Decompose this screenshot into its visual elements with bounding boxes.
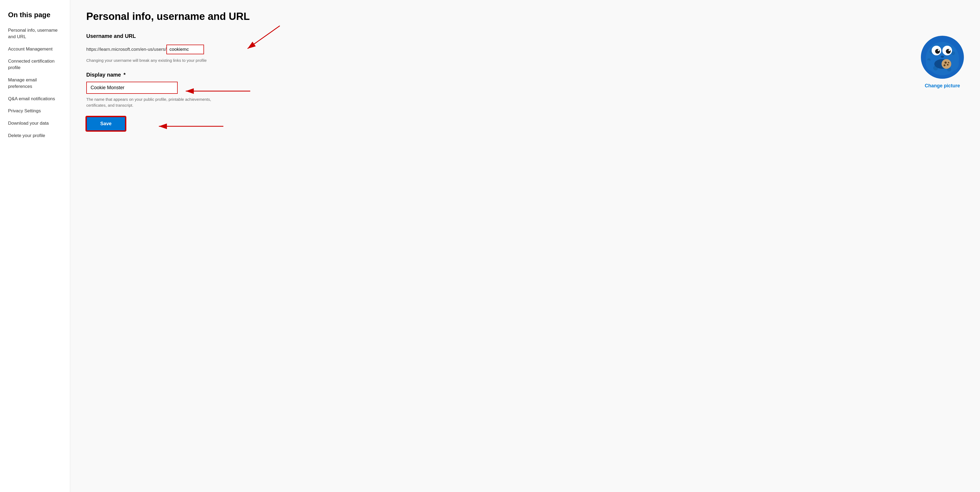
svg-point-24 — [944, 65, 946, 67]
form-section: Username and URL https://learn.microsoft… — [86, 33, 905, 131]
sidebar-link-personal-info[interactable]: Personal info, username and URL — [8, 28, 57, 39]
url-row: https://learn.microsoft.com/en-us/users/ — [86, 44, 905, 54]
display-name-label: Display name * — [86, 72, 905, 78]
svg-point-30 — [930, 61, 933, 63]
sidebar-title: On this page — [8, 11, 62, 19]
display-name-arrow-annotation — [183, 84, 253, 98]
sidebar-item-cert-profile[interactable]: Connected certification profile — [8, 58, 62, 71]
svg-point-25 — [948, 62, 949, 63]
sidebar-link-download-data[interactable]: Download your data — [8, 121, 49, 126]
svg-point-16 — [946, 49, 951, 54]
username-url-section: Username and URL https://learn.microsoft… — [86, 33, 905, 63]
avatar-section: Change picture — [921, 33, 964, 131]
username-input[interactable] — [166, 44, 204, 54]
sidebar-item-download-data[interactable]: Download your data — [8, 120, 62, 127]
svg-point-22 — [945, 62, 947, 63]
display-name-input[interactable] — [86, 82, 178, 94]
username-hint: Changing your username will break any ex… — [86, 57, 215, 63]
display-name-hint: The name that appears on your public pro… — [86, 97, 215, 109]
avatar — [921, 36, 964, 79]
change-picture-link[interactable]: Change picture — [924, 83, 960, 89]
url-base-text: https://learn.microsoft.com/en-us/users/ — [86, 47, 166, 52]
sidebar: On this page Personal info, username and… — [0, 0, 70, 492]
sidebar-link-privacy-settings[interactable]: Privacy Settings — [8, 108, 41, 113]
sidebar-link-account-management[interactable]: Account Management — [8, 46, 52, 52]
content-wrapper: Username and URL https://learn.microsoft… — [86, 33, 964, 131]
sidebar-item-privacy-settings[interactable]: Privacy Settings — [8, 108, 62, 114]
sidebar-link-qa-notifications[interactable]: Q&A email notifications — [8, 96, 55, 101]
svg-point-18 — [948, 49, 950, 51]
main-content: Personal info, username and URL Username… — [70, 0, 980, 492]
sidebar-item-delete-profile[interactable]: Delete your profile — [8, 132, 62, 139]
sidebar-link-email-prefs[interactable]: Manage email preferences — [8, 78, 37, 89]
display-name-section: Display name * The nam — [86, 72, 905, 131]
sidebar-link-cert-profile[interactable]: Connected certification profile — [8, 59, 54, 70]
sidebar-item-account-management[interactable]: Account Management — [8, 46, 62, 52]
svg-point-15 — [935, 49, 940, 54]
page-title: Personal info, username and URL — [86, 11, 964, 22]
cookie-monster-image — [924, 38, 961, 76]
svg-point-21 — [942, 59, 951, 69]
required-marker: * — [124, 72, 126, 78]
svg-point-19 — [941, 56, 944, 58]
svg-point-17 — [938, 49, 939, 51]
sidebar-item-personal-info[interactable]: Personal info, username and URL — [8, 27, 62, 40]
save-button[interactable]: Save — [86, 117, 126, 131]
sidebar-nav: Personal info, username and URL Account … — [8, 27, 62, 139]
svg-point-23 — [947, 64, 948, 65]
sidebar-item-qa-notifications[interactable]: Q&A email notifications — [8, 96, 62, 102]
sidebar-link-delete-profile[interactable]: Delete your profile — [8, 133, 45, 138]
sidebar-item-email-prefs[interactable]: Manage email preferences — [8, 77, 62, 90]
save-arrow-annotation — [156, 121, 226, 135]
username-url-title: Username and URL — [86, 33, 905, 39]
